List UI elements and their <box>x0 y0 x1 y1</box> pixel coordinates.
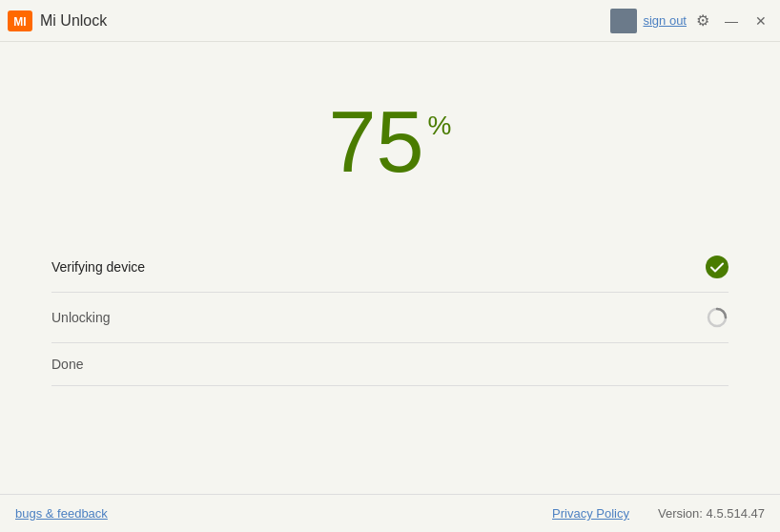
steps-container: Verifying device Unlocking Done <box>51 242 729 386</box>
step-label-done: Done <box>51 357 83 372</box>
bugs-feedback-link[interactable]: bugs & feedback <box>15 506 108 521</box>
mi-logo-icon: MI <box>8 10 32 31</box>
progress-number: 75 <box>328 99 423 185</box>
svg-text:MI: MI <box>13 15 26 29</box>
titlebar-left: MI Mi Unlock <box>8 10 107 31</box>
step-label-verifying: Verifying device <box>51 259 145 275</box>
user-button[interactable] <box>610 9 637 33</box>
step-check-icon-verifying <box>706 256 729 278</box>
step-row-unlocking: Unlocking <box>51 293 729 343</box>
titlebar-right: sign out ⚙ — ✕ <box>610 9 772 33</box>
step-row-verifying: Verifying device <box>51 242 729 293</box>
step-row-done: Done <box>51 343 729 386</box>
footer-right: Privacy Policy Version: 4.5.514.47 <box>552 506 765 521</box>
version-text: Version: 4.5.514.47 <box>658 506 765 521</box>
app-title: Mi Unlock <box>40 12 107 30</box>
close-button[interactable]: ✕ <box>749 11 772 31</box>
settings-icon-button[interactable]: ⚙ <box>692 10 713 31</box>
progress-display: 75 % <box>328 99 451 185</box>
titlebar: MI Mi Unlock sign out ⚙ — ✕ <box>0 0 780 42</box>
footer: bugs & feedback Privacy Policy Version: … <box>0 494 780 532</box>
step-spinner-icon-unlocking <box>706 306 729 329</box>
gear-icon: ⚙ <box>696 12 709 29</box>
progress-percent-symbol: % <box>428 111 452 141</box>
sign-out-button[interactable]: sign out <box>643 13 687 28</box>
privacy-policy-link[interactable]: Privacy Policy <box>552 506 629 521</box>
step-label-unlocking: Unlocking <box>51 310 110 325</box>
main-content: 75 % Verifying device Unlocking <box>0 42 780 386</box>
minimize-button[interactable]: — <box>719 11 744 31</box>
